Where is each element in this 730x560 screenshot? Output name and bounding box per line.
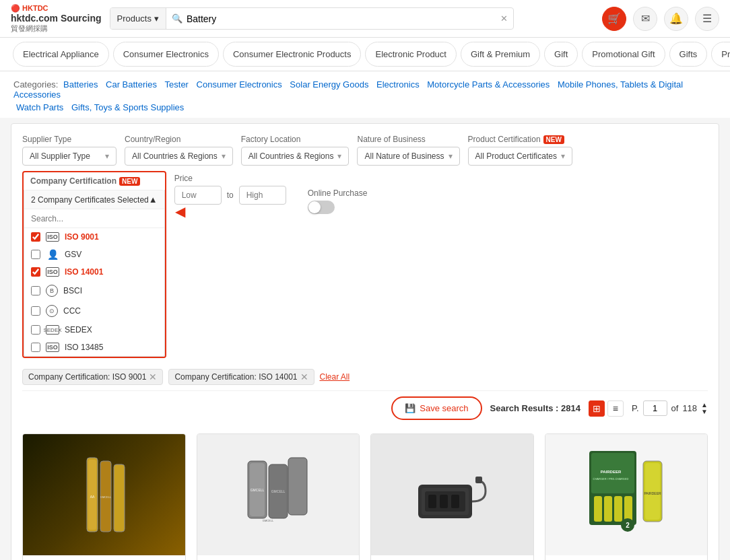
battery-svg-1: AA GMCELL	[77, 454, 131, 535]
cert-item-iso14001[interactable]: ISO ISO 14001	[24, 263, 164, 281]
svg-rect-24	[594, 496, 602, 522]
nature-of-business-select[interactable]: All Nature of Business ▾	[357, 147, 459, 166]
product-card-2[interactable]: GMCELL GMCELL GMCELL Zinc Carbon Battery…	[197, 433, 360, 560]
save-search-icon: 💾	[405, 403, 416, 413]
battery-svg-3	[411, 458, 492, 532]
grid-view-icon[interactable]: ⊞	[589, 400, 605, 417]
company-cert-new-badge: NEW	[119, 177, 140, 186]
cat-link-electronics[interactable]: Electronics	[376, 79, 420, 90]
cert-item-bsci[interactable]: B BSCI	[24, 281, 164, 301]
save-search-button[interactable]: 💾 Save search	[391, 396, 482, 420]
list-view-icon[interactable]: ≡	[607, 400, 624, 417]
company-cert-header[interactable]: Company Certification NEW	[24, 172, 165, 190]
filter-tag-iso9001-close[interactable]: ✕	[149, 372, 157, 382]
category-tab-gift_&_premium[interactable]: Gift & Premium	[461, 42, 540, 67]
price-low-input[interactable]	[174, 186, 222, 205]
toggle-knob	[308, 201, 321, 213]
search-dropdown[interactable]: Products ▾	[110, 8, 166, 29]
battery-svg-2: GMCELL GMCELL GMCELL	[244, 451, 312, 538]
dropdown-arrow-icon: ▾	[154, 13, 159, 24]
cat-link-motorcycle[interactable]: Motorcycle Parts & Accessories	[427, 79, 550, 90]
category-tab-promotional_gift[interactable]: Promotional Gift	[582, 42, 665, 67]
clear-all-link[interactable]: Clear All	[320, 372, 350, 382]
main-content: Supplier Type All Supplier Type ▾ Countr…	[11, 123, 719, 560]
factory-location-select[interactable]: All Countries & Regions ▾	[241, 147, 350, 166]
category-tab-electronic_product[interactable]: Electronic Product	[365, 42, 457, 67]
save-search-label: Save search	[420, 403, 468, 413]
results-count: Search Results : 2814	[490, 403, 580, 413]
cert-item-sedex[interactable]: SEDEX SEDEX	[24, 321, 164, 339]
cert-icon-gsv: 👤	[46, 250, 59, 259]
categories-row: Categories: Batteries Car Batteries Test…	[0, 71, 730, 100]
page-input[interactable]	[643, 400, 667, 416]
cert-name-sedex: SEDEX	[65, 325, 92, 335]
cert-checkbox-iso14001[interactable]	[31, 267, 40, 277]
cart-button[interactable]: 🛒	[602, 7, 626, 31]
cert-checkbox-gsv[interactable]	[31, 250, 40, 259]
cert-checkbox-sedex[interactable]	[31, 325, 40, 335]
search-input[interactable]	[187, 9, 490, 28]
filter-tag-iso9001: Company Certification: ISO 9001 ✕	[22, 369, 163, 385]
cat-link-car-batteries[interactable]: Car Batteries	[106, 79, 157, 90]
bell-button[interactable]: 🔔	[664, 7, 688, 31]
cat-link-batteries[interactable]: Batteries	[63, 79, 98, 90]
logo-icon: 🔴 HKTDC	[11, 4, 48, 13]
view-icons: ⊞ ≡	[589, 400, 624, 417]
cert-icon-ccc: ⊙	[46, 305, 58, 317]
cert-name-iso14001: ISO 14001	[65, 267, 103, 277]
product-cert-group: Product Certification NEW All Product Ce…	[468, 135, 572, 166]
cat-link-watch-parts[interactable]: Watch Parts	[16, 102, 63, 112]
filter-tag-iso14001-close[interactable]: ✕	[300, 372, 308, 382]
category-tab-promotional_souvenir[interactable]: Promotional Souvenir	[711, 42, 730, 67]
product-image-4: PAIRDEER CHARGER / PRE-CHARGED PAIRDEER …	[545, 434, 708, 555]
product-grid: AA GMCELL LR6 Alkaline Battery USD0.08 –…	[22, 433, 708, 560]
category-tab-gifts[interactable]: Gifts	[669, 42, 708, 67]
price-high-input[interactable]	[239, 186, 286, 205]
cert-selected-row[interactable]: 2 Company Certificates Selected ▲	[24, 190, 164, 209]
cert-name-ccc: CCC	[63, 306, 81, 316]
product-image-2: GMCELL GMCELL GMCELL	[197, 434, 360, 555]
cat-link-tester[interactable]: Tester	[165, 79, 189, 90]
svg-rect-26	[614, 496, 622, 522]
page-nav[interactable]: ▲ ▼	[701, 402, 708, 415]
cat-link-gifts[interactable]: Gifts, Toys & Sports Supplies	[71, 102, 184, 112]
logo-sub: 貿發網採購	[11, 24, 102, 33]
cert-item-gsv[interactable]: 👤 GSV	[24, 246, 164, 263]
cert-search-input[interactable]	[31, 214, 158, 223]
cert-checkbox-iso9001[interactable]	[31, 232, 40, 242]
cert-item-iso13485[interactable]: ISO ISO 13485	[24, 339, 164, 356]
category-tab-consumer_electronic_products[interactable]: Consumer Electronic Products	[223, 42, 362, 67]
price-group: Price to	[174, 174, 286, 205]
supplier-type-group: Supplier Type All Supplier Type ▾	[22, 135, 117, 166]
category-tab-gift[interactable]: Gift	[544, 42, 578, 67]
cert-checkbox-iso13485[interactable]	[31, 343, 40, 352]
supplier-type-label: Supplier Type	[22, 135, 117, 144]
cert-selected-count: 2 Company Certificates Selected	[31, 195, 149, 205]
mail-button[interactable]: ✉	[633, 7, 657, 31]
online-purchase-label: Online Purchase	[308, 188, 368, 198]
product-cert-select[interactable]: All Product Certificates ▾	[468, 147, 572, 166]
filter-tag-iso9001-label: Company Certification: ISO 9001	[28, 372, 146, 382]
supplier-type-select[interactable]: All Supplier Type ▾	[22, 147, 117, 166]
svg-rect-27	[624, 496, 632, 522]
page-of-label: of	[671, 403, 679, 413]
cat-link-solar[interactable]: Solar Energy Goods	[290, 79, 368, 90]
page-up-icon[interactable]: ▲	[701, 402, 708, 409]
cert-checkbox-bsci[interactable]	[31, 286, 40, 295]
cert-name-gsv: GSV	[65, 250, 81, 259]
product-card-1[interactable]: AA GMCELL LR6 Alkaline Battery USD0.08 –…	[22, 433, 186, 560]
online-purchase-toggle[interactable]	[308, 201, 335, 214]
cert-item-ccc[interactable]: ⊙ CCC	[24, 301, 164, 321]
menu-button[interactable]: ☰	[695, 7, 719, 31]
category-tab-consumer_electronics[interactable]: Consumer Electronics	[113, 42, 219, 67]
search-clear-icon[interactable]: ✕	[495, 13, 513, 24]
cert-checkbox-ccc[interactable]	[31, 306, 40, 316]
country-region-select[interactable]: All Countries & Regions ▾	[125, 147, 233, 166]
product-card-3[interactable]: Li-ion Battery Pack and Charger Set	[370, 433, 534, 560]
cat-link-consumer-electronics[interactable]: Consumer Electronics	[197, 79, 282, 90]
category-tab-electrical_appliance[interactable]: Electrical Appliance	[13, 42, 109, 67]
product-card-4[interactable]: PAIRDEER CHARGER / PRE-CHARGED PAIRDEER …	[545, 433, 708, 560]
page-down-icon[interactable]: ▼	[701, 409, 708, 415]
cert-item-iso9001[interactable]: ISO ISO 9001	[24, 228, 164, 246]
search-area: Products ▾ 🔍 ✕	[110, 7, 514, 30]
